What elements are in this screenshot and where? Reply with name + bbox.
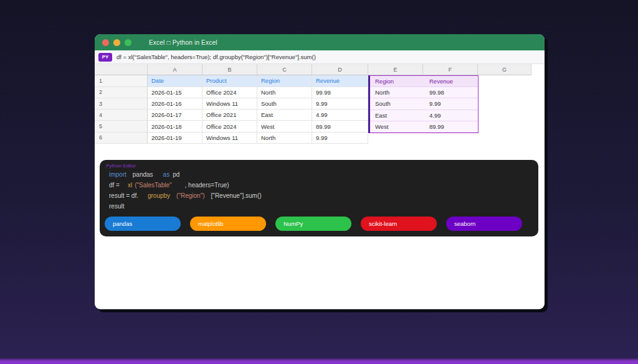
maximize-button[interactable] xyxy=(125,39,131,46)
grid-cell-f6[interactable] xyxy=(423,133,478,144)
pill-label: seaborn xyxy=(454,220,475,227)
code-line: importpandasaspd xyxy=(109,169,262,180)
pill-numpy[interactable]: NumPy xyxy=(275,217,351,231)
grid-cell-d5[interactable]: 89.99 xyxy=(312,121,368,132)
grid-cell-a3[interactable]: 2026-01-16 xyxy=(148,98,202,110)
window-title: Excel □ Python in Excel xyxy=(149,39,217,46)
pill-label: pandas xyxy=(113,220,132,227)
row-header-1[interactable]: 1 xyxy=(95,75,148,86)
grid-cell-g2[interactable] xyxy=(478,87,531,98)
column-header-f[interactable]: F xyxy=(423,64,478,75)
pill-matplotlib[interactable]: matplotlib xyxy=(190,217,266,231)
grid-cell-g6[interactable] xyxy=(478,133,531,144)
pill-label: NumPy xyxy=(283,220,303,227)
grid-cell-g5[interactable] xyxy=(478,121,531,132)
row-header-6[interactable]: 6 xyxy=(95,133,148,144)
result-cell[interactable]: West xyxy=(370,121,424,133)
formula-bar: PY df = xl("SalesTable", headers=True); … xyxy=(95,50,545,64)
desktop-background: Excel □ Python in Excel PY df = xl("Sale… xyxy=(0,0,638,364)
code-line: result xyxy=(109,201,262,212)
minimize-button[interactable] xyxy=(113,39,120,46)
result-cell[interactable]: South xyxy=(370,98,424,110)
grid-cell-a1[interactable]: Date xyxy=(148,75,202,86)
column-header-g[interactable]: G xyxy=(478,64,531,75)
result-header-revenue[interactable]: Revenue xyxy=(424,76,478,87)
editor-title: Python Editor xyxy=(106,163,136,169)
grid-cell-d6[interactable]: 9.99 xyxy=(312,133,368,144)
row-header-2[interactable]: 2 xyxy=(95,87,148,98)
pill-pandas[interactable]: pandas xyxy=(105,217,181,231)
pill-scikit-learn[interactable]: scikit-learn xyxy=(361,217,437,231)
grid-cell-e6[interactable] xyxy=(368,133,423,144)
python-mode-badge: PY xyxy=(98,53,112,62)
grid-cell-b4[interactable]: Office 2021 xyxy=(202,110,257,121)
pill-seaborn[interactable]: seaborn xyxy=(446,217,522,231)
grid-cell-b3[interactable]: Windows 11 xyxy=(202,98,257,110)
grid-cell-b2[interactable]: Office 2024 xyxy=(202,87,257,98)
column-header-c[interactable]: C xyxy=(257,64,312,75)
grid-cell-d1[interactable]: Revenue xyxy=(312,75,368,86)
grid-cell-c2[interactable]: North xyxy=(257,87,312,98)
excel-window: Excel □ Python in Excel PY df = xl("Sale… xyxy=(95,34,545,309)
grid-cell-g1[interactable] xyxy=(478,75,531,86)
grid-cell-g3[interactable] xyxy=(478,98,531,110)
grid-corner xyxy=(95,64,148,75)
code-line: result = df.groupby("Region")["Revenue"]… xyxy=(109,190,262,201)
grid-cell-c1[interactable]: Region xyxy=(257,75,312,86)
grid-cell-c5[interactable]: West xyxy=(257,121,312,132)
code-line: df =xl("SalesTable", headers=True) xyxy=(109,180,262,190)
grid-cell-b6[interactable]: Windows 11 xyxy=(202,133,257,144)
result-cell[interactable]: North xyxy=(370,87,424,98)
grid-cell-b1[interactable]: Product xyxy=(202,75,257,86)
formula-input[interactable]: df = xl("SalesTable", headers=True); df.… xyxy=(117,54,316,60)
result-cell[interactable]: 99.98 xyxy=(424,87,478,98)
library-pills: pandas matplotlib NumPy scikit-learn sea… xyxy=(105,217,522,231)
row-header-4[interactable]: 4 xyxy=(95,110,148,121)
column-header-b[interactable]: B xyxy=(202,64,257,75)
result-cell[interactable]: East xyxy=(370,110,424,121)
result-cell[interactable]: 4.99 xyxy=(424,110,478,121)
grid-cell-d2[interactable]: 99.99 xyxy=(312,87,368,98)
pill-label: scikit-learn xyxy=(369,220,397,227)
column-header-d[interactable]: D xyxy=(312,64,368,75)
titlebar: Excel □ Python in Excel xyxy=(95,34,545,50)
grid-cell-a2[interactable]: 2026-01-15 xyxy=(148,87,202,98)
column-header-e[interactable]: E xyxy=(368,64,423,75)
grid-cell-c4[interactable]: East xyxy=(257,110,312,121)
python-result-range: Region Revenue North 99.98 South 9.99 Ea… xyxy=(368,75,478,133)
grid-cell-a4[interactable]: 2026-01-17 xyxy=(148,110,202,121)
column-header-a[interactable]: A xyxy=(148,64,202,75)
grid-cell-d3[interactable]: 9.99 xyxy=(312,98,368,110)
row-header-5[interactable]: 5 xyxy=(95,121,148,132)
result-header-region[interactable]: Region xyxy=(370,76,424,87)
grid-cell-a5[interactable]: 2026-01-18 xyxy=(148,121,202,132)
result-cell[interactable]: 89.99 xyxy=(424,121,478,133)
grid-cell-a6[interactable]: 2026-01-19 xyxy=(148,133,202,144)
grid-cell-g4[interactable] xyxy=(478,110,531,121)
python-editor-panel: Python Editor importpandasaspd df =xl("S… xyxy=(100,160,538,236)
grid-cell-d4[interactable]: 4.99 xyxy=(312,110,368,121)
close-button[interactable] xyxy=(102,39,109,46)
result-cell[interactable]: 9.99 xyxy=(424,98,478,110)
grid-cell-c3[interactable]: South xyxy=(257,98,312,110)
taskbar-accent-strip xyxy=(0,358,638,364)
row-header-3[interactable]: 3 xyxy=(95,98,148,110)
code-area[interactable]: importpandasaspd df =xl("SalesTable", he… xyxy=(109,169,262,212)
grid-cell-b5[interactable]: Office 2024 xyxy=(202,121,257,132)
grid-cell-c6[interactable]: North xyxy=(257,133,312,144)
pill-label: matplotlib xyxy=(198,220,224,227)
